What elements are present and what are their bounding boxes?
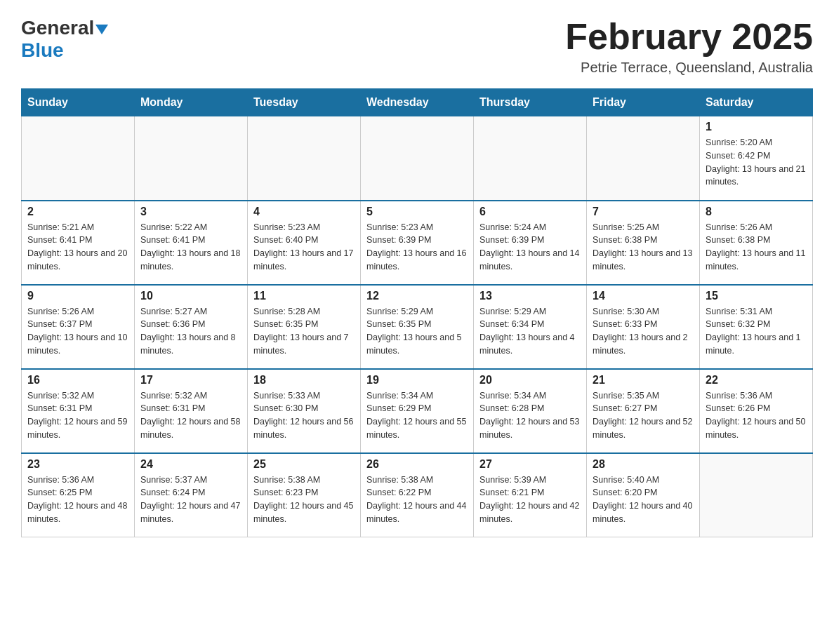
day-info: Sunrise: 5:23 AM Sunset: 6:39 PM Dayligh… bbox=[366, 221, 468, 274]
month-title: February 2025 bbox=[565, 17, 813, 57]
day-info: Sunrise: 5:37 AM Sunset: 6:24 PM Dayligh… bbox=[140, 474, 241, 526]
day-info: Sunrise: 5:32 AM Sunset: 6:31 PM Dayligh… bbox=[27, 389, 128, 442]
day-info: Sunrise: 5:30 AM Sunset: 6:33 PM Dayligh… bbox=[593, 305, 694, 358]
day-info: Sunrise: 5:33 AM Sunset: 6:30 PM Dayligh… bbox=[253, 389, 355, 442]
day-number: 8 bbox=[706, 206, 807, 218]
table-row: 6Sunrise: 5:24 AM Sunset: 6:39 PM Daylig… bbox=[474, 201, 587, 285]
table-row: 3Sunrise: 5:22 AM Sunset: 6:41 PM Daylig… bbox=[135, 201, 248, 285]
day-info: Sunrise: 5:27 AM Sunset: 6:36 PM Dayligh… bbox=[140, 305, 241, 358]
table-row: 8Sunrise: 5:26 AM Sunset: 6:38 PM Daylig… bbox=[700, 201, 813, 285]
table-row bbox=[474, 116, 587, 201]
day-info: Sunrise: 5:23 AM Sunset: 6:40 PM Dayligh… bbox=[253, 221, 355, 274]
day-info: Sunrise: 5:39 AM Sunset: 6:21 PM Dayligh… bbox=[479, 474, 581, 526]
header-thursday: Thursday bbox=[474, 89, 587, 116]
header-friday: Friday bbox=[587, 89, 700, 116]
day-info: Sunrise: 5:34 AM Sunset: 6:29 PM Dayligh… bbox=[366, 389, 468, 442]
day-number: 2 bbox=[27, 206, 128, 218]
table-row: 9Sunrise: 5:26 AM Sunset: 6:37 PM Daylig… bbox=[22, 285, 135, 369]
calendar-week-row: 16Sunrise: 5:32 AM Sunset: 6:31 PM Dayli… bbox=[22, 369, 813, 453]
day-info: Sunrise: 5:26 AM Sunset: 6:37 PM Dayligh… bbox=[27, 305, 128, 358]
table-row: 23Sunrise: 5:36 AM Sunset: 6:25 PM Dayli… bbox=[22, 453, 135, 537]
table-row bbox=[22, 116, 135, 201]
day-number: 3 bbox=[140, 206, 241, 218]
table-row: 14Sunrise: 5:30 AM Sunset: 6:33 PM Dayli… bbox=[587, 285, 700, 369]
table-row: 10Sunrise: 5:27 AM Sunset: 6:36 PM Dayli… bbox=[135, 285, 248, 369]
logo-blue: Blue bbox=[21, 39, 64, 61]
day-number: 27 bbox=[479, 458, 581, 471]
calendar-week-row: 23Sunrise: 5:36 AM Sunset: 6:25 PM Dayli… bbox=[22, 453, 813, 537]
header-tuesday: Tuesday bbox=[248, 89, 361, 116]
day-number: 6 bbox=[479, 206, 581, 218]
day-info: Sunrise: 5:36 AM Sunset: 6:25 PM Dayligh… bbox=[27, 474, 128, 526]
calendar-header-row: Sunday Monday Tuesday Wednesday Thursday… bbox=[22, 89, 813, 116]
table-row: 11Sunrise: 5:28 AM Sunset: 6:35 PM Dayli… bbox=[248, 285, 361, 369]
calendar-table: Sunday Monday Tuesday Wednesday Thursday… bbox=[21, 88, 813, 537]
day-number: 18 bbox=[253, 374, 355, 387]
day-info: Sunrise: 5:26 AM Sunset: 6:38 PM Dayligh… bbox=[706, 221, 807, 274]
table-row: 20Sunrise: 5:34 AM Sunset: 6:28 PM Dayli… bbox=[474, 369, 587, 453]
table-row: 25Sunrise: 5:38 AM Sunset: 6:23 PM Dayli… bbox=[248, 453, 361, 537]
day-info: Sunrise: 5:25 AM Sunset: 6:38 PM Dayligh… bbox=[593, 221, 694, 274]
header-sunday: Sunday bbox=[22, 89, 135, 116]
table-row bbox=[248, 116, 361, 201]
day-number: 26 bbox=[366, 458, 468, 471]
table-row: 2Sunrise: 5:21 AM Sunset: 6:41 PM Daylig… bbox=[22, 201, 135, 285]
day-number: 25 bbox=[253, 458, 355, 471]
day-info: Sunrise: 5:35 AM Sunset: 6:27 PM Dayligh… bbox=[593, 389, 694, 442]
day-info: Sunrise: 5:22 AM Sunset: 6:41 PM Dayligh… bbox=[140, 221, 241, 274]
table-row: 18Sunrise: 5:33 AM Sunset: 6:30 PM Dayli… bbox=[248, 369, 361, 453]
day-number: 16 bbox=[27, 374, 128, 387]
day-info: Sunrise: 5:29 AM Sunset: 6:35 PM Dayligh… bbox=[366, 305, 468, 358]
day-number: 9 bbox=[27, 290, 128, 302]
day-info: Sunrise: 5:29 AM Sunset: 6:34 PM Dayligh… bbox=[479, 305, 581, 358]
logo: General Blue bbox=[21, 17, 108, 62]
day-info: Sunrise: 5:34 AM Sunset: 6:28 PM Dayligh… bbox=[479, 389, 581, 442]
day-info: Sunrise: 5:20 AM Sunset: 6:42 PM Dayligh… bbox=[706, 136, 807, 189]
table-row: 28Sunrise: 5:40 AM Sunset: 6:20 PM Dayli… bbox=[587, 453, 700, 537]
table-row bbox=[587, 116, 700, 201]
day-number: 1 bbox=[706, 121, 807, 133]
logo-general-text: General bbox=[21, 17, 108, 39]
table-row bbox=[135, 116, 248, 201]
day-number: 10 bbox=[140, 290, 241, 302]
day-info: Sunrise: 5:36 AM Sunset: 6:26 PM Dayligh… bbox=[706, 389, 807, 442]
table-row: 21Sunrise: 5:35 AM Sunset: 6:27 PM Dayli… bbox=[587, 369, 700, 453]
day-number: 13 bbox=[479, 290, 581, 302]
day-number: 17 bbox=[140, 374, 241, 387]
calendar-week-row: 1Sunrise: 5:20 AM Sunset: 6:42 PM Daylig… bbox=[22, 116, 813, 201]
day-number: 12 bbox=[366, 290, 468, 302]
day-number: 7 bbox=[593, 206, 694, 218]
table-row bbox=[700, 453, 813, 537]
table-row: 4Sunrise: 5:23 AM Sunset: 6:40 PM Daylig… bbox=[248, 201, 361, 285]
day-number: 19 bbox=[366, 374, 468, 387]
day-number: 15 bbox=[706, 290, 807, 302]
day-info: Sunrise: 5:38 AM Sunset: 6:22 PM Dayligh… bbox=[366, 474, 468, 526]
day-number: 5 bbox=[366, 206, 468, 218]
day-number: 11 bbox=[253, 290, 355, 302]
header-saturday: Saturday bbox=[700, 89, 813, 116]
day-info: Sunrise: 5:21 AM Sunset: 6:41 PM Dayligh… bbox=[27, 221, 128, 274]
table-row: 5Sunrise: 5:23 AM Sunset: 6:39 PM Daylig… bbox=[361, 201, 474, 285]
table-row: 15Sunrise: 5:31 AM Sunset: 6:32 PM Dayli… bbox=[700, 285, 813, 369]
day-number: 4 bbox=[253, 206, 355, 218]
day-number: 28 bbox=[593, 458, 694, 471]
day-info: Sunrise: 5:38 AM Sunset: 6:23 PM Dayligh… bbox=[253, 474, 355, 526]
day-info: Sunrise: 5:28 AM Sunset: 6:35 PM Dayligh… bbox=[253, 305, 355, 358]
calendar-week-row: 2Sunrise: 5:21 AM Sunset: 6:41 PM Daylig… bbox=[22, 201, 813, 285]
table-row: 7Sunrise: 5:25 AM Sunset: 6:38 PM Daylig… bbox=[587, 201, 700, 285]
header-wednesday: Wednesday bbox=[361, 89, 474, 116]
location-text: Petrie Terrace, Queensland, Australia bbox=[565, 60, 813, 76]
table-row: 26Sunrise: 5:38 AM Sunset: 6:22 PM Dayli… bbox=[361, 453, 474, 537]
day-number: 14 bbox=[593, 290, 694, 302]
table-row: 1Sunrise: 5:20 AM Sunset: 6:42 PM Daylig… bbox=[700, 116, 813, 201]
day-number: 24 bbox=[140, 458, 241, 471]
table-row bbox=[361, 116, 474, 201]
header-monday: Monday bbox=[135, 89, 248, 116]
day-info: Sunrise: 5:24 AM Sunset: 6:39 PM Dayligh… bbox=[479, 221, 581, 274]
table-row: 12Sunrise: 5:29 AM Sunset: 6:35 PM Dayli… bbox=[361, 285, 474, 369]
table-row: 19Sunrise: 5:34 AM Sunset: 6:29 PM Dayli… bbox=[361, 369, 474, 453]
logo-triangle-icon bbox=[95, 25, 108, 34]
table-row: 16Sunrise: 5:32 AM Sunset: 6:31 PM Dayli… bbox=[22, 369, 135, 453]
day-number: 23 bbox=[27, 458, 128, 471]
logo-general: General bbox=[21, 17, 94, 39]
